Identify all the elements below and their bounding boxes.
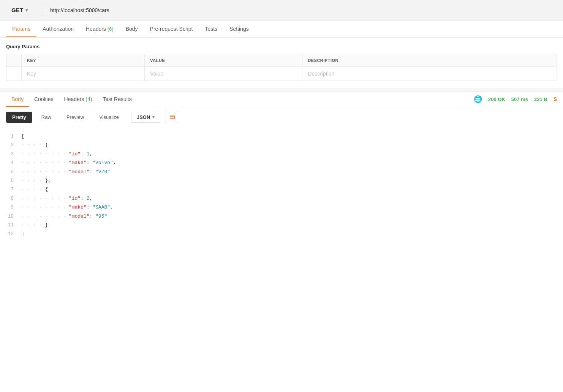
tab-settings[interactable]: Settings [223, 21, 255, 37]
format-tab-raw[interactable]: Raw [35, 112, 57, 123]
response-tab-headers[interactable]: Headers (4) [59, 92, 98, 107]
line-number: 9 [6, 203, 21, 212]
tab-authorization[interactable]: Authorization [36, 21, 80, 37]
method-select[interactable]: GET ▾ [6, 4, 44, 16]
placeholder-row: Key Value Description [6, 67, 557, 81]
status-time: 507 ms [511, 96, 528, 102]
status-code: 200 OK [488, 96, 505, 102]
code-viewer: 1 [ 2 · · · · { 3 · · · · · · · · "id": … [0, 127, 563, 243]
value-placeholder[interactable]: Value [145, 67, 302, 81]
line-number: 1 [6, 132, 21, 141]
save-icon[interactable]: S [554, 96, 557, 102]
section-divider [0, 89, 563, 92]
wrap-button[interactable] [166, 111, 179, 123]
code-line-9: 9 · · · · · · · · "make": "SAAB", [0, 203, 563, 212]
request-tabs-section: Params Authorization Headers (6) Body Pr… [0, 21, 563, 38]
query-params-section: Query Params KEY VALUE DESCRIPTION Key V… [0, 38, 563, 81]
tab-headers[interactable]: Headers (6) [80, 21, 120, 37]
line-number: 2 [6, 141, 21, 149]
format-tabs-row: Pretty Raw Preview Visualize JSON ▾ [0, 107, 563, 127]
url-input[interactable] [44, 4, 557, 16]
headers-badge: (6) [108, 26, 114, 32]
line-content: · · · · · · · · "make": "Volvo", [21, 158, 557, 167]
response-tab-test-results[interactable]: Test Results [97, 92, 137, 107]
tab-tests[interactable]: Tests [199, 21, 223, 37]
line-number: 11 [6, 221, 21, 229]
response-tab-body[interactable]: Body [6, 92, 29, 107]
row-checkbox [6, 67, 22, 81]
json-format-select[interactable]: JSON ▾ [131, 112, 160, 123]
code-line-10: 10 · · · · · · · · "model": "95" [0, 212, 563, 221]
line-content: · · · · }, [21, 176, 557, 185]
value-col-header: VALUE [145, 54, 302, 67]
format-tab-pretty[interactable]: Pretty [6, 112, 32, 123]
line-content: · · · · { [21, 185, 557, 194]
line-number: 4 [6, 158, 21, 167]
line-number: 6 [6, 176, 21, 185]
format-tab-preview[interactable]: Preview [60, 112, 90, 123]
line-content: · · · · · · · · "make": "SAAB", [21, 203, 557, 212]
query-params-title: Query Params [6, 44, 557, 49]
code-line-3: 3 · · · · · · · · "id": 1, [0, 150, 563, 158]
response-tabs-row: Body Cookies Headers (4) Test Results 🌐 … [0, 92, 563, 107]
line-content: · · · · · · · · "model": "95" [21, 212, 557, 221]
line-content: [ [21, 132, 557, 141]
json-format-label: JSON [137, 114, 150, 120]
json-chevron-icon: ▾ [152, 115, 155, 120]
line-content: · · · · { [21, 141, 557, 149]
line-number: 10 [6, 212, 21, 221]
tab-pre-request-script[interactable]: Pre-request Script [144, 21, 199, 37]
globe-icon: 🌐 [474, 95, 482, 103]
request-tabs: Params Authorization Headers (6) Body Pr… [6, 21, 557, 37]
checkbox-col-header [6, 54, 22, 67]
line-number: 7 [6, 185, 21, 194]
description-placeholder[interactable]: Description [302, 67, 557, 81]
code-line-11: 11 · · · · } [0, 221, 563, 229]
line-content: · · · · } [21, 221, 557, 229]
response-tabs: Body Cookies Headers (4) Test Results [6, 92, 474, 107]
code-line-5: 5 · · · · · · · · "model": "V70" [0, 168, 563, 176]
code-line-7: 7 · · · · { [0, 185, 563, 194]
wrap-icon [169, 114, 176, 120]
line-content: · · · · · · · · "id": 2, [21, 194, 557, 203]
key-placeholder[interactable]: Key [22, 67, 145, 81]
line-number: 12 [6, 229, 21, 238]
code-line-12: 12 ] [0, 229, 563, 238]
status-size: 221 B [534, 96, 547, 102]
code-line-1: 1 [ [0, 132, 563, 141]
method-label: GET [11, 7, 23, 13]
response-headers-badge: (4) [85, 96, 92, 102]
response-status: 🌐 200 OK 507 ms 221 B S [474, 95, 557, 103]
url-bar: GET ▾ [0, 0, 563, 21]
code-line-8: 8 · · · · · · · · "id": 2, [0, 194, 563, 203]
key-col-header: KEY [22, 54, 145, 67]
tab-params[interactable]: Params [6, 21, 36, 37]
response-tab-cookies[interactable]: Cookies [29, 92, 59, 107]
format-tab-visualize[interactable]: Visualize [93, 112, 125, 123]
tab-body[interactable]: Body [120, 21, 144, 37]
code-line-4: 4 · · · · · · · · "make": "Volvo", [0, 158, 563, 167]
code-line-2: 2 · · · · { [0, 141, 563, 149]
line-number: 5 [6, 168, 21, 176]
line-content: ] [21, 229, 557, 238]
description-col-header: DESCRIPTION [302, 54, 557, 67]
line-number: 8 [6, 194, 21, 203]
code-line-6: 6 · · · · }, [0, 176, 563, 185]
line-number: 3 [6, 150, 21, 158]
line-content: · · · · · · · · "model": "V70" [21, 168, 557, 176]
method-chevron: ▾ [25, 8, 28, 13]
params-table: KEY VALUE DESCRIPTION Key Value Descript… [6, 54, 557, 81]
line-content: · · · · · · · · "id": 1, [21, 150, 557, 158]
